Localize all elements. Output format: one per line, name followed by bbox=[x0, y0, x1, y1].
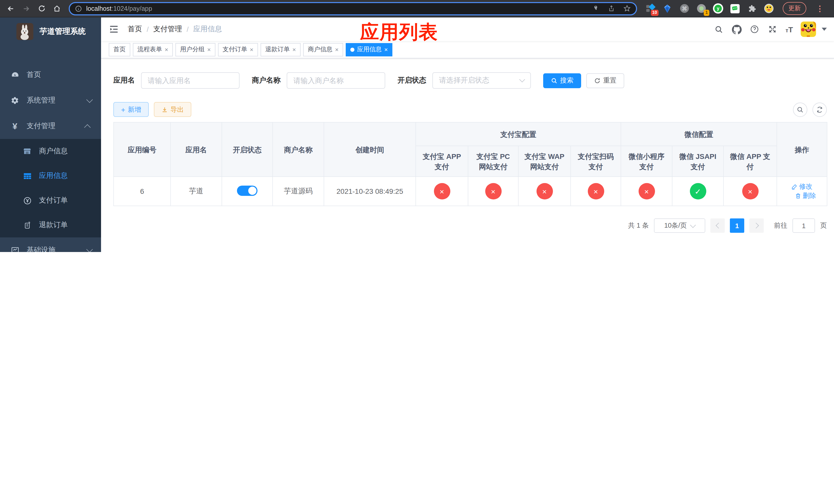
search-button[interactable]: 搜索 bbox=[543, 73, 581, 88]
screen: localhost:1024/pay/app 10 bbox=[0, 0, 834, 252]
top-navbar: 首页 / 支付管理 / 应用信息 应用列表 bbox=[101, 18, 834, 41]
font-size-icon[interactable]: тT bbox=[786, 25, 793, 33]
app-name-field-wrap bbox=[141, 72, 240, 89]
fullscreen-icon[interactable] bbox=[768, 24, 778, 35]
github-icon[interactable] bbox=[732, 24, 742, 35]
breadcrumb-home[interactable]: 首页 bbox=[128, 25, 142, 34]
extension-chat-icon[interactable] bbox=[730, 3, 740, 14]
merchant-name-input[interactable] bbox=[293, 76, 378, 85]
caret-down-icon[interactable] bbox=[822, 28, 827, 31]
search-icon bbox=[796, 106, 804, 113]
app-name-label: 应用名 bbox=[113, 76, 135, 85]
search-icon[interactable] bbox=[714, 24, 724, 35]
sidebar-item-refund-orders[interactable]: 退款订单 bbox=[0, 213, 101, 237]
extension-gem-icon[interactable] bbox=[662, 3, 673, 14]
extension-yudao-icon[interactable]: y bbox=[713, 3, 723, 14]
trash-icon bbox=[795, 193, 801, 199]
sidebar-item-payment[interactable]: ¥ 支付管理 bbox=[0, 113, 101, 139]
extension-grey-circle-icon[interactable]: 1 bbox=[696, 3, 706, 14]
breadcrumb-separator: / bbox=[187, 25, 189, 33]
browser-reload-button[interactable] bbox=[35, 2, 48, 15]
col-header-app-name: 应用名 bbox=[171, 122, 222, 177]
extension-command-icon[interactable]: ⌘ bbox=[679, 3, 689, 14]
merchant-name-field-wrap bbox=[287, 72, 385, 89]
breadcrumb-payment[interactable]: 支付管理 bbox=[153, 25, 182, 34]
col-header-app-id: 应用编号 bbox=[114, 122, 171, 177]
tag-user-group[interactable]: 用户分组× bbox=[175, 43, 215, 56]
reset-button[interactable]: 重置 bbox=[586, 73, 624, 88]
tag-process-form[interactable]: 流程表单× bbox=[133, 43, 173, 56]
app-logo bbox=[16, 23, 33, 40]
next-page-button[interactable] bbox=[749, 219, 764, 233]
sidebar-item-merchant-info[interactable]: 商户信息 bbox=[0, 139, 101, 164]
breadcrumb-separator: / bbox=[147, 25, 149, 33]
extensions-puzzle-icon[interactable] bbox=[747, 3, 757, 14]
close-icon[interactable]: × bbox=[164, 46, 168, 52]
close-icon[interactable]: × bbox=[207, 46, 211, 52]
tag-home[interactable]: 首页 bbox=[109, 43, 130, 56]
close-icon[interactable]: × bbox=[292, 46, 296, 52]
chrome-update-button[interactable]: 更新 bbox=[783, 2, 806, 15]
sidebar-collapse-icon[interactable] bbox=[108, 24, 119, 35]
browser-forward-button[interactable] bbox=[20, 2, 33, 15]
browser-back-button[interactable] bbox=[4, 2, 18, 15]
page-size-select[interactable]: 10条/页 bbox=[654, 219, 705, 233]
password-key-icon[interactable] bbox=[592, 5, 599, 12]
help-icon[interactable] bbox=[750, 24, 760, 35]
status-toggle[interactable] bbox=[237, 185, 258, 196]
document-icon bbox=[23, 221, 32, 229]
svg-text:⌘: ⌘ bbox=[682, 6, 687, 12]
add-button[interactable]: + 新增 bbox=[113, 102, 149, 117]
download-icon bbox=[161, 107, 168, 113]
delete-button[interactable]: 删除 bbox=[795, 191, 816, 201]
col-header-alipay-pc: 支付宝 PC 网站支付 bbox=[468, 146, 518, 177]
app-logo-row[interactable]: 芋道管理系统 bbox=[0, 18, 101, 46]
browser-toolbar: localhost:1024/pay/app 10 bbox=[0, 0, 834, 18]
bookmark-star-icon[interactable] bbox=[623, 5, 631, 12]
extension-blue-diamond-icon[interactable]: 10 bbox=[645, 3, 656, 14]
tag-pay-order[interactable]: 支付订单× bbox=[218, 43, 258, 56]
sidebar-item-pay-orders[interactable]: 支付订单 bbox=[0, 188, 101, 213]
goto-page-input[interactable]: 1 bbox=[792, 219, 815, 233]
col-group-wechat: 微信配置 bbox=[621, 122, 777, 146]
share-icon[interactable] bbox=[608, 5, 615, 12]
cell-status bbox=[222, 177, 272, 206]
gear-icon bbox=[10, 96, 20, 105]
col-header-wx-jsapi: 微信 JSAPI 支付 bbox=[672, 146, 723, 177]
sidebar-item-system[interactable]: 系统管理 bbox=[0, 88, 101, 113]
browser-menu-icon[interactable]: ⋮ bbox=[813, 4, 827, 13]
edit-button[interactable]: 修改 bbox=[791, 182, 812, 191]
current-page-button[interactable]: 1 bbox=[730, 219, 744, 233]
url-bar[interactable]: localhost:1024/pay/app bbox=[69, 2, 637, 15]
extension-badge: 1 bbox=[704, 10, 709, 16]
show-search-button[interactable] bbox=[793, 102, 807, 117]
export-button[interactable]: 导出 bbox=[154, 102, 191, 117]
goto-label: 前往 bbox=[774, 221, 787, 230]
sidebar-item-infrastructure[interactable]: 基础设施 bbox=[0, 237, 101, 252]
close-icon[interactable]: × bbox=[384, 46, 388, 52]
app-name-input[interactable] bbox=[148, 76, 233, 85]
sidebar-item-app-info[interactable]: 应用信息 bbox=[0, 164, 101, 188]
sidebar-item-label: 首页 bbox=[27, 70, 41, 79]
cell-app-name: 芋道 bbox=[171, 177, 222, 206]
tag-refund-order[interactable]: 退款订单× bbox=[261, 43, 301, 56]
sidebar-item-home[interactable]: 首页 bbox=[0, 62, 101, 88]
site-info-icon[interactable] bbox=[75, 5, 82, 12]
page-unit-label: 页 bbox=[820, 221, 827, 230]
tag-merchant-info[interactable]: 商户信息× bbox=[303, 43, 343, 56]
navbar-actions: тT bbox=[714, 22, 827, 37]
close-icon[interactable]: × bbox=[335, 46, 338, 52]
close-icon[interactable]: × bbox=[250, 46, 254, 52]
alipay-pc-status-icon: × bbox=[485, 183, 501, 200]
profile-avatar-icon[interactable] bbox=[764, 3, 774, 14]
prev-page-button[interactable] bbox=[710, 219, 725, 233]
app-table: 应用编号 应用名 开启状态 商户名称 创建时间 支付宝配置 微信配置 操作 支付… bbox=[113, 122, 827, 206]
col-header-actions: 操作 bbox=[777, 122, 827, 177]
refresh-button[interactable] bbox=[812, 102, 827, 117]
page-content: 应用名 商户名称 开启状态 请选择开启状态 搜索 bbox=[101, 59, 834, 252]
browser-home-button[interactable] bbox=[50, 2, 64, 15]
status-label: 开启状态 bbox=[397, 76, 426, 85]
user-avatar[interactable] bbox=[801, 22, 816, 37]
status-select[interactable]: 请选择开启状态 bbox=[432, 72, 531, 89]
app-title: 芋道管理系统 bbox=[40, 27, 86, 37]
